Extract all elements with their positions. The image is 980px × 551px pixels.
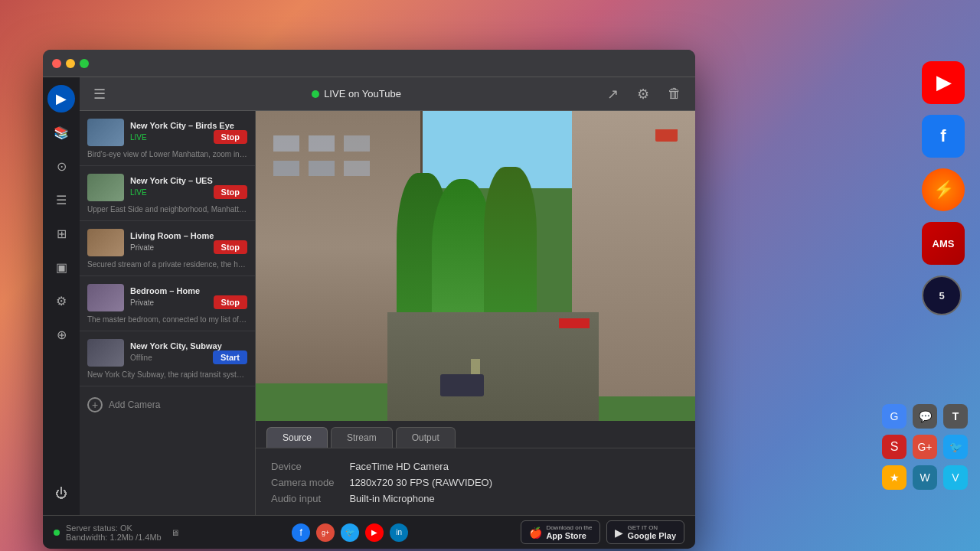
sidebar-item-power[interactable]: ⏻	[47, 480, 75, 507]
settings-button[interactable]: ⚙	[634, 83, 652, 106]
bottom-panel: Source Stream Output Device FaceTime HD …	[256, 421, 695, 515]
camera-thumbnail-subway	[87, 339, 124, 367]
main-window: ▶ 📚 ⊙ ☰ ⊞ ▣ ⚙ ⊕ ⏻	[43, 50, 695, 549]
sidebar-item-logo[interactable]: ▶	[47, 85, 75, 112]
camera-thumbnail-nyc-ues	[87, 174, 124, 201]
s5-desktop-icon[interactable]: 5	[922, 276, 962, 315]
social-icon-googleplus[interactable]: g+	[316, 523, 335, 542]
right-panel: Source Stream Output Device FaceTime HD …	[256, 111, 695, 515]
small-icon-star[interactable]: ★	[882, 465, 906, 490]
small-icon-t[interactable]: T	[943, 404, 968, 429]
close-button[interactable]	[52, 59, 61, 68]
camera-item-bedroom[interactable]: Bedroom – Home Private Stop The master b…	[80, 276, 255, 331]
app-store-sub-label: Download on the	[546, 524, 592, 531]
stop-button-nyc-birds[interactable]: Stop	[214, 130, 247, 144]
social-icon-youtube[interactable]: ▶	[365, 523, 384, 542]
camera-info-bedroom: Bedroom – Home Private Stop	[130, 286, 247, 309]
sidebar-item-monitor[interactable]: ▣	[47, 253, 75, 281]
server-status-dot	[54, 530, 60, 536]
camera-desc-living-room: Secured stream of a private residence, t…	[87, 259, 247, 269]
camera-name-bedroom: Bedroom – Home	[130, 286, 247, 295]
small-icon-wp[interactable]: W	[913, 465, 937, 490]
share-button[interactable]: ↗	[604, 83, 622, 106]
add-camera-button[interactable]: + Add Camera	[80, 386, 255, 423]
camera-status-nyc-birds: LIVE	[130, 133, 147, 142]
social-icon-facebook[interactable]: f	[292, 523, 310, 542]
app-store-badge[interactable]: 🍎 Download on the App Store	[521, 520, 600, 544]
camera-thumbnail-bedroom	[87, 284, 124, 311]
sidebar-item-list[interactable]: ☰	[47, 186, 75, 214]
device-label: Device	[271, 461, 334, 472]
camera-desc-bedroom: The master bedroom, connected to my list…	[87, 315, 247, 324]
sidebar-item-add[interactable]: ⊕	[47, 321, 75, 348]
sidebar: ▶ 📚 ⊙ ☰ ⊞ ▣ ⚙ ⊕ ⏻	[43, 77, 80, 515]
stop-button-nyc-ues[interactable]: Stop	[214, 185, 247, 199]
camera-item-living-room[interactable]: Living Room – Home Private Stop Secured …	[80, 221, 255, 276]
google-play-icon: ▶	[615, 527, 623, 539]
small-icon-g[interactable]: G	[882, 404, 906, 429]
sidebar-item-location[interactable]: ⊙	[47, 152, 75, 180]
camera-desc-subway: New York City Subway, the rapid transit …	[87, 370, 247, 380]
add-camera-icon: +	[87, 397, 103, 412]
small-icon-s[interactable]: S	[882, 435, 906, 459]
camera-name-nyc-birds: New York City – Birds Eye	[130, 121, 247, 130]
video-preview	[256, 111, 695, 421]
app-store-badge-text: Download on the App Store	[546, 524, 592, 540]
facebook-desktop-icon[interactable]: f	[922, 115, 965, 158]
minimize-button[interactable]	[66, 59, 75, 68]
camera-thumbnail-nyc-birds	[87, 119, 124, 146]
desktop-icons: ▶ f ⚡ AMS 5	[922, 61, 965, 315]
camera-status-bedroom: Private	[130, 298, 154, 307]
small-icon-v[interactable]: V	[943, 465, 968, 490]
camera-status-subway: Offline	[130, 354, 152, 362]
small-icon-tw[interactable]: 🐦	[943, 435, 968, 459]
stop-button-bedroom[interactable]: Stop	[214, 295, 247, 309]
social-icon-linkedin[interactable]: in	[390, 523, 408, 542]
camera-status-nyc-ues: LIVE	[130, 188, 147, 197]
small-icon-row-bot: ★ W V	[882, 465, 968, 490]
menu-button[interactable]: ☰	[90, 83, 109, 106]
sidebar-item-library[interactable]: 📚	[47, 119, 75, 146]
camera-name-subway: New York City, Subway	[130, 341, 247, 350]
tab-stream[interactable]: Stream	[331, 427, 393, 448]
camera-name-living-room: Living Room – Home	[130, 231, 247, 240]
maximize-button[interactable]	[80, 59, 89, 68]
delete-button[interactable]: 🗑	[665, 83, 684, 105]
google-play-badge[interactable]: ▶ GET IT ON Google Play	[606, 520, 684, 544]
desktop-icons-small-group: G 💬 T S G+ 🐦 ★ W V	[882, 404, 968, 490]
sidebar-item-settings[interactable]: ⚙	[47, 287, 75, 315]
social-icon-twitter[interactable]: 🐦	[341, 523, 359, 542]
small-icon-gp[interactable]: G+	[913, 435, 937, 459]
camera-item-nyc-ues[interactable]: New York City – UES LIVE Stop Upper East…	[80, 166, 255, 221]
camera-desc-nyc-ues: Upper East Side and neighborhood, Manhat…	[87, 204, 247, 214]
main-content: ▶ 📚 ⊙ ☰ ⊞ ▣ ⚙ ⊕ ⏻	[43, 77, 695, 515]
stop-button-living-room[interactable]: Stop	[214, 240, 247, 254]
camera-item-subway[interactable]: New York City, Subway Offline Start New …	[80, 331, 255, 386]
small-icon-row-mid: S G+ 🐦	[882, 435, 968, 459]
device-value: FaceTime HD Camera	[349, 461, 680, 472]
window-buttons	[52, 59, 89, 68]
bandwidth-text: Bandwidth: 1.2Mb /1.4Mb	[66, 533, 162, 542]
youtube-desktop-icon[interactable]: ▶	[922, 61, 965, 104]
small-icon-chat[interactable]: 💬	[913, 404, 937, 429]
google-play-name-label: Google Play	[627, 531, 676, 540]
camera-thumbnail-living-room	[87, 229, 124, 256]
camera-list: New York City – Birds Eye LIVE Stop Bird…	[80, 111, 256, 515]
camera-mode-value: 980x551 30 FPS (RAWVIDEO)	[349, 477, 680, 488]
tab-output[interactable]: Output	[396, 427, 456, 448]
sidebar-item-grid[interactable]: ⊞	[47, 220, 75, 247]
camera-desc-nyc-birds: Bird's-eye view of Lower Manhattan, zoom…	[87, 149, 247, 159]
social-icons: f g+ 🐦 ▶ in	[292, 523, 408, 542]
ams-desktop-icon[interactable]: AMS	[922, 222, 965, 265]
audio-input-value: Built-in Microphone	[349, 493, 680, 504]
tab-bar: Source Stream Output	[256, 421, 695, 448]
flash-desktop-icon[interactable]: ⚡	[922, 168, 965, 211]
camera-item-nyc-birds[interactable]: New York City – Birds Eye LIVE Stop Bird…	[80, 111, 255, 166]
camera-status-living-room: Private	[130, 243, 154, 252]
monitor-icon: 🖥	[171, 528, 179, 537]
server-status: Server status: OK Bandwidth: 1.2Mb /1.4M…	[54, 523, 179, 542]
tab-source[interactable]: Source	[266, 427, 328, 448]
status-ok-text: Server status: OK	[66, 523, 162, 533]
source-info-grid: Device FaceTime HD Camera Camera mode 12…	[256, 448, 695, 515]
start-button-subway[interactable]: Start	[213, 350, 247, 364]
